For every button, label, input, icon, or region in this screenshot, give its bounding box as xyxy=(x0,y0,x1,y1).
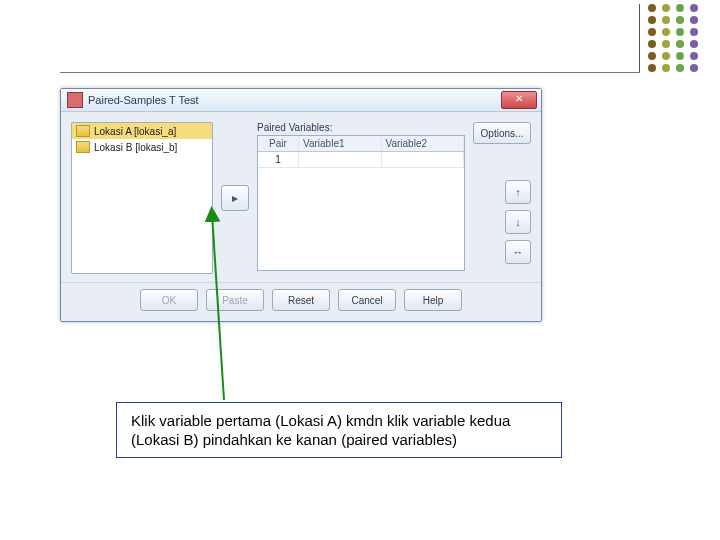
instruction-callout: Klik variable pertama (Lokasi A) kmdn kl… xyxy=(116,402,562,458)
callout-text: Klik variable pertama (Lokasi A) kmdn kl… xyxy=(131,412,510,448)
pair-move-up-button[interactable]: ↑ xyxy=(505,180,531,204)
variable-label: Lokasi A [lokasi_a] xyxy=(94,126,176,137)
col-variable1: Variable1 xyxy=(299,136,382,151)
variable-item-lokasi-a[interactable]: Lokasi A [lokasi_a] xyxy=(72,123,212,139)
scale-icon xyxy=(76,141,90,153)
table-row[interactable]: 1 xyxy=(258,152,464,168)
reset-button[interactable]: Reset xyxy=(272,289,330,311)
dialog-titlebar[interactable]: Paired-Samples T Test ✕ xyxy=(61,89,541,112)
spss-app-icon xyxy=(67,92,83,108)
paired-samples-dialog: Paired-Samples T Test ✕ Lokasi A [lokasi… xyxy=(60,88,542,322)
arrow-up-icon: ↑ xyxy=(515,186,521,198)
arrow-right-icon: ▸ xyxy=(232,191,238,205)
cancel-button[interactable]: Cancel xyxy=(338,289,396,311)
variable-item-lokasi-b[interactable]: Lokasi B [lokasi_b] xyxy=(72,139,212,155)
arrow-down-icon: ↓ xyxy=(515,216,521,228)
dialog-footer: OK Paste Reset Cancel Help xyxy=(61,282,541,321)
paired-variables-table[interactable]: Pair Variable1 Variable2 1 xyxy=(257,135,465,271)
col-variable2: Variable2 xyxy=(382,136,465,151)
slide-decor-dots xyxy=(648,4,698,72)
pair-swap-button[interactable]: ↔ xyxy=(505,240,531,264)
cell-variable1[interactable] xyxy=(299,152,382,167)
paste-button[interactable]: Paste xyxy=(206,289,264,311)
slide-rule-vertical xyxy=(639,4,640,72)
close-button[interactable]: ✕ xyxy=(501,91,537,109)
variable-label: Lokasi B [lokasi_b] xyxy=(94,142,177,153)
options-button[interactable]: Options... xyxy=(473,122,531,144)
slide-rule-horizontal xyxy=(60,72,640,73)
pair-move-down-button[interactable]: ↓ xyxy=(505,210,531,234)
scale-icon xyxy=(76,125,90,137)
help-button[interactable]: Help xyxy=(404,289,462,311)
paired-variables-label: Paired Variables: xyxy=(257,122,465,133)
cell-pair-num: 1 xyxy=(258,152,299,167)
table-header-row: Pair Variable1 Variable2 xyxy=(258,136,464,152)
ok-button[interactable]: OK xyxy=(140,289,198,311)
cell-variable2[interactable] xyxy=(382,152,465,167)
source-variable-list[interactable]: Lokasi A [lokasi_a] Lokasi B [lokasi_b] xyxy=(71,122,213,274)
swap-icon: ↔ xyxy=(513,246,524,258)
dialog-title: Paired-Samples T Test xyxy=(88,94,501,106)
move-right-button[interactable]: ▸ xyxy=(221,185,249,211)
col-pair: Pair xyxy=(258,136,299,151)
